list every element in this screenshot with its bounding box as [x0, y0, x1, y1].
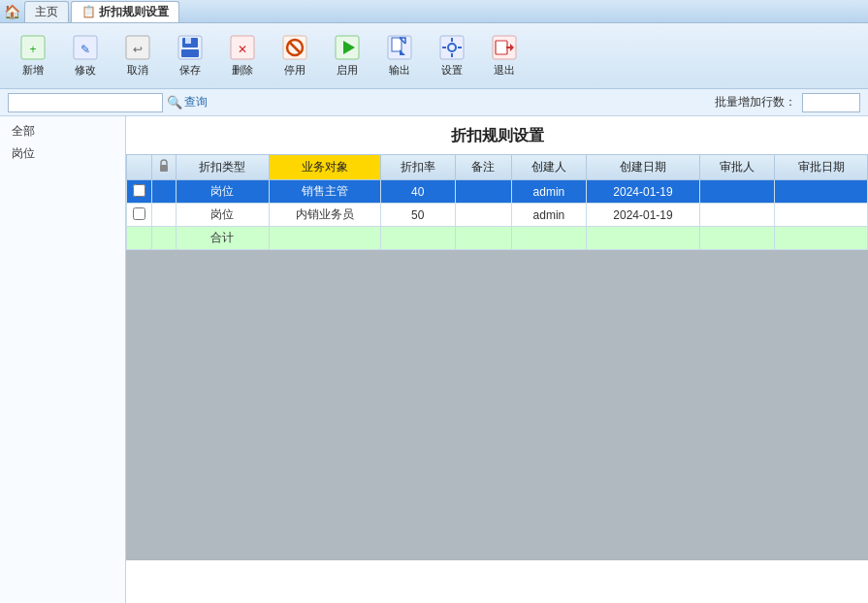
row1-checkbox[interactable] — [133, 184, 145, 197]
row1-discount-type: 岗位 — [177, 180, 270, 204]
delete-label: 删除 — [232, 63, 253, 78]
title-bar: 🏠 主页 📋 折扣规则设置 — [0, 0, 868, 23]
cancel-button[interactable]: ↩ 取消 — [113, 28, 163, 84]
export-icon — [386, 34, 413, 61]
sidebar-item-position[interactable]: 岗位 — [0, 143, 125, 165]
svg-rect-8 — [185, 38, 191, 44]
svg-text:✎: ✎ — [80, 43, 90, 56]
settings-icon — [438, 34, 466, 61]
exit-label: 退出 — [494, 63, 515, 78]
edit-icon: ✎ — [72, 34, 99, 61]
row1-lock — [152, 180, 177, 204]
col-check — [127, 155, 152, 180]
home-tab-label: 主页 — [35, 4, 58, 20]
row1-approve-date — [775, 180, 868, 204]
table-header-row: 折扣类型 业务对象 折扣率 备注 创建人 创建日期 — [127, 155, 868, 180]
settings-button[interactable]: 设置 — [427, 28, 477, 84]
col-create-date: 创建日期 — [586, 155, 699, 180]
row2-check[interactable] — [127, 204, 152, 227]
total-c3 — [455, 227, 511, 250]
active-tab[interactable]: 📋 折扣规则设置 — [71, 1, 179, 22]
row2-lock — [152, 204, 177, 227]
add-label: 新增 — [22, 63, 44, 78]
col-creator: 创建人 — [511, 155, 586, 180]
page-title: 折扣规则设置 — [126, 116, 868, 154]
row1-creator: admin — [511, 180, 586, 204]
total-c2 — [380, 227, 455, 250]
row2-business-target: 内销业务员 — [269, 204, 380, 227]
export-label: 输出 — [389, 63, 410, 78]
home-tab[interactable]: 主页 — [24, 1, 69, 22]
sidebar-item-position-label: 岗位 — [12, 146, 35, 160]
enable-label: 启用 — [337, 63, 358, 78]
save-label: 保存 — [179, 63, 201, 78]
exit-icon — [491, 34, 518, 61]
cancel-icon: ↩ — [124, 34, 151, 61]
row1-discount-rate: 40 — [380, 180, 455, 204]
total-row: 合计 — [127, 227, 868, 250]
row2-approver — [699, 204, 774, 227]
cancel-label: 取消 — [127, 63, 148, 78]
tab-icon: 📋 — [81, 5, 96, 18]
total-check — [127, 227, 152, 250]
sidebar-item-all[interactable]: 全部 — [0, 120, 125, 143]
disable-label: 停用 — [284, 63, 305, 78]
svg-rect-31 — [160, 165, 168, 172]
batch-label: 批量增加行数： — [715, 94, 796, 111]
total-lock — [152, 227, 177, 250]
row2-creator: admin — [511, 204, 586, 227]
total-c7 — [775, 227, 868, 250]
active-tab-label: 折扣规则设置 — [99, 4, 169, 20]
search-label: 查询 — [184, 94, 208, 111]
toolbar: + 新增 ✎ 修改 ↩ 取消 — [0, 23, 868, 89]
save-icon — [177, 34, 204, 61]
row1-check[interactable] — [127, 180, 152, 204]
svg-text:↩: ↩ — [133, 43, 143, 56]
row2-discount-type: 岗位 — [177, 204, 270, 227]
enable-icon — [334, 34, 361, 61]
main-content: 全部 岗位 折扣规则设置 折扣类型 业务对象 — [0, 116, 868, 603]
row2-approve-date — [775, 204, 868, 227]
row2-checkbox[interactable] — [133, 207, 145, 220]
search-input[interactable] — [8, 93, 163, 112]
col-lock — [152, 155, 177, 180]
enable-button[interactable]: 启用 — [322, 28, 372, 84]
sidebar: 全部 岗位 — [0, 116, 126, 603]
save-button[interactable]: 保存 — [165, 28, 215, 84]
delete-button[interactable]: ✕ 删除 — [217, 28, 268, 84]
batch-input[interactable] — [802, 93, 860, 112]
row1-business-target: 销售主管 — [269, 180, 380, 204]
svg-text:+: + — [29, 43, 36, 56]
app-icon: 🏠 — [4, 4, 20, 19]
search-button[interactable]: 🔍 查询 — [167, 94, 208, 111]
col-discount-type: 折扣类型 — [177, 155, 270, 180]
edit-button[interactable]: ✎ 修改 — [60, 28, 111, 84]
svg-rect-9 — [181, 49, 199, 57]
edit-label: 修改 — [75, 63, 96, 78]
col-approve-date: 审批日期 — [775, 155, 868, 180]
total-c6 — [699, 227, 774, 250]
row2-discount-rate: 50 — [380, 204, 455, 227]
total-label: 合计 — [177, 227, 270, 250]
delete-icon: ✕ — [229, 34, 256, 61]
search-bar: 🔍 查询 批量增加行数： — [0, 89, 868, 116]
row2-create-date: 2024-01-19 — [586, 204, 699, 227]
table-row[interactable]: 岗位 内销业务员 50 admin 2024-01-19 — [127, 204, 868, 227]
search-icon: 🔍 — [167, 95, 182, 110]
export-button[interactable]: 输出 — [374, 28, 425, 84]
add-button[interactable]: + 新增 — [8, 28, 58, 84]
row1-remark — [455, 180, 511, 204]
col-business-target: 业务对象 — [269, 155, 380, 180]
data-table: 折扣类型 业务对象 折扣率 备注 创建人 创建日期 — [126, 154, 868, 250]
table-row[interactable]: 岗位 销售主管 40 admin 2024-01-19 — [127, 180, 868, 204]
total-c1 — [269, 227, 380, 250]
disable-button[interactable]: 停用 — [270, 28, 320, 84]
svg-rect-28 — [496, 41, 507, 54]
settings-label: 设置 — [441, 63, 463, 78]
empty-area — [126, 250, 868, 560]
total-c4 — [511, 227, 586, 250]
exit-button[interactable]: 退出 — [479, 28, 530, 84]
svg-rect-18 — [392, 38, 402, 51]
total-c5 — [586, 227, 699, 250]
sidebar-item-all-label: 全部 — [12, 124, 35, 138]
